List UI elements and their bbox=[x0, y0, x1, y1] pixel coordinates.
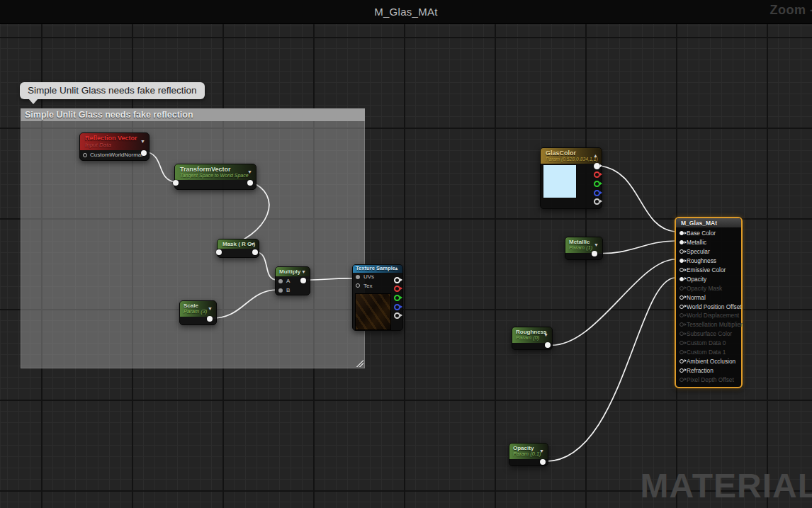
node-material-result[interactable]: M_Glas_MAt Base ColorMetallicSpecularRou… bbox=[675, 217, 743, 388]
r-output-pin[interactable] bbox=[394, 286, 400, 292]
chevron-up-icon[interactable]: ▲ bbox=[593, 153, 598, 159]
pin-label: Metallic bbox=[687, 239, 706, 246]
output-pin[interactable] bbox=[252, 249, 258, 255]
chevron-down-icon[interactable]: ▼ bbox=[247, 169, 252, 175]
input-pin-tex[interactable] bbox=[356, 283, 360, 288]
input-pin-b[interactable] bbox=[278, 288, 283, 293]
input-pin-subsurface-color[interactable] bbox=[680, 332, 684, 336]
input-pin-customworldnormal[interactable] bbox=[83, 153, 87, 157]
node-subtitle: Param (0.528,0.834,1,1) bbox=[546, 157, 592, 162]
output-row bbox=[594, 171, 602, 180]
input-pin-opacity[interactable] bbox=[680, 277, 684, 281]
input-pin-opacity-mask[interactable] bbox=[680, 286, 684, 290]
input-pin-metallic[interactable] bbox=[680, 240, 684, 244]
comment-title[interactable]: Simple Unlit Glass needs fake reflection bbox=[21, 108, 365, 121]
r-output-pin[interactable] bbox=[594, 171, 600, 178]
pin-label: Custom Data 1 bbox=[687, 349, 726, 356]
rgba-output-pin[interactable] bbox=[594, 163, 600, 169]
input-pin-custom-data-1[interactable] bbox=[680, 350, 684, 354]
node-mask[interactable]: Mask ( R G ) ▼ bbox=[217, 239, 259, 258]
output-pin[interactable] bbox=[141, 150, 147, 156]
output-row bbox=[394, 311, 402, 320]
multiply-input-row: B bbox=[276, 286, 310, 295]
input-pin-world-position-offset[interactable] bbox=[680, 305, 684, 309]
comment-resize-handle[interactable] bbox=[356, 360, 363, 367]
color-swatch[interactable] bbox=[543, 164, 577, 198]
input-pin-normal[interactable] bbox=[680, 295, 684, 300]
material-watermark: MATERIAL bbox=[641, 466, 812, 505]
a-output-pin[interactable] bbox=[594, 198, 600, 205]
output-pin[interactable] bbox=[207, 316, 213, 322]
pin-label: A bbox=[286, 278, 290, 284]
node-subtitle: Param (3) bbox=[184, 309, 208, 315]
pin-label: UVs bbox=[363, 273, 374, 280]
chevron-down-icon[interactable]: ▼ bbox=[543, 332, 548, 338]
output-row bbox=[394, 276, 402, 285]
g-output-pin[interactable] bbox=[594, 181, 600, 187]
rgb-output-pin[interactable] bbox=[394, 277, 400, 283]
node-title: TransformVector bbox=[180, 166, 244, 173]
input-pin-world-displacement[interactable] bbox=[680, 313, 684, 317]
output-pin[interactable] bbox=[300, 278, 306, 283]
chevron-down-icon[interactable]: ▼ bbox=[140, 139, 145, 145]
input-pin-emissive-color[interactable] bbox=[680, 268, 684, 272]
chevron-down-icon[interactable]: ▼ bbox=[301, 269, 306, 275]
node-metallic[interactable]: Metallic Param (1) ▼ bbox=[565, 237, 603, 260]
pin-label: CustomWorldNormal bbox=[90, 152, 142, 158]
node-scale[interactable]: Scale Param (3) ▼ bbox=[179, 300, 217, 325]
pin-label: Opacity bbox=[687, 276, 706, 283]
pin-label: Ambient Occlusion bbox=[687, 358, 735, 365]
node-reflection-vector[interactable]: Reflection Vector Input Data ▼ CustomWor… bbox=[79, 132, 150, 161]
chevron-up-icon[interactable]: ▲ bbox=[394, 266, 399, 271]
pin-label: Tessellation Multiplier bbox=[687, 321, 743, 328]
output-pin[interactable] bbox=[592, 251, 597, 256]
chevron-down-icon[interactable]: ▼ bbox=[250, 242, 255, 247]
input-pin-uvs[interactable] bbox=[356, 275, 360, 279]
g-output-pin[interactable] bbox=[394, 295, 400, 301]
pin-label: B bbox=[286, 287, 290, 293]
chevron-down-icon[interactable]: ▼ bbox=[594, 242, 599, 248]
output-row bbox=[594, 179, 602, 188]
chevron-down-icon[interactable]: ▼ bbox=[539, 448, 544, 454]
material-pin-row: World Position Offset bbox=[676, 302, 741, 311]
node-glascolor[interactable]: GlasColor Param (0.528,0.834,1,1) ▲ bbox=[540, 147, 602, 209]
material-pin-row: Tessellation Multiplier bbox=[676, 320, 741, 329]
b-output-pin[interactable] bbox=[594, 190, 600, 196]
glascolor-outputs bbox=[594, 162, 602, 206]
pin-label: World Displacement bbox=[687, 312, 739, 319]
input-pin-roughness[interactable] bbox=[680, 259, 684, 263]
b-output-pin[interactable] bbox=[394, 304, 400, 310]
input-pin-specular[interactable] bbox=[680, 249, 684, 254]
input-pin-tessellation-multiplier[interactable] bbox=[680, 322, 684, 327]
input-pin-pixel-depth-offset[interactable] bbox=[680, 378, 684, 382]
output-pin[interactable] bbox=[540, 459, 546, 465]
pin-label: Specular bbox=[687, 248, 710, 255]
input-pin-custom-data-0[interactable] bbox=[680, 341, 684, 345]
output-pin[interactable] bbox=[545, 342, 551, 348]
input-pin-ambient-occlusion[interactable] bbox=[680, 359, 684, 363]
output-pin[interactable] bbox=[247, 180, 253, 186]
node-roughness[interactable]: Roughness Param (0) ▼ bbox=[512, 327, 553, 350]
material-pin-row: Base Color bbox=[676, 229, 741, 238]
a-output-pin[interactable] bbox=[394, 312, 400, 319]
material-pin-row: Metallic bbox=[676, 238, 741, 247]
node-multiply[interactable]: Multiply ▼ AB bbox=[275, 266, 310, 295]
comment-box[interactable]: Simple Unlit Glass needs fake reflection bbox=[21, 108, 365, 368]
chevron-down-icon[interactable]: ▼ bbox=[208, 306, 213, 312]
input-pin-a[interactable] bbox=[278, 279, 283, 283]
pin-label: Pixel Depth Offset bbox=[687, 376, 734, 383]
output-row bbox=[594, 188, 602, 198]
material-pin-row: Roughness bbox=[676, 256, 741, 266]
node-title: GlasColor bbox=[546, 149, 592, 157]
input-pin[interactable] bbox=[216, 249, 222, 255]
output-row bbox=[394, 293, 402, 303]
node-texture-sample[interactable]: Texture Sample ▲ UVsTex bbox=[352, 264, 403, 331]
input-pin-refraction[interactable] bbox=[680, 368, 684, 373]
material-pin-row: Custom Data 0 bbox=[676, 339, 741, 348]
node-opacity[interactable]: Opacity Param (0.1) ▼ bbox=[509, 443, 548, 466]
input-pin-base-color[interactable] bbox=[680, 231, 684, 235]
input-pin[interactable] bbox=[173, 180, 179, 186]
node-transform-vector[interactable]: TransformVector Tangent Space to World S… bbox=[174, 164, 256, 190]
node-title: Multiply bbox=[279, 269, 301, 275]
pin-label: Custom Data 0 bbox=[687, 339, 726, 346]
